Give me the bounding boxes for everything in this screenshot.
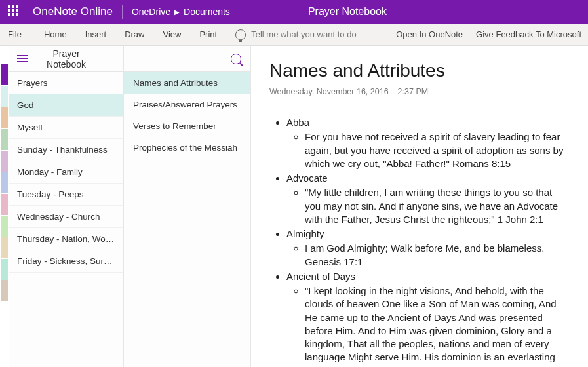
tab-file[interactable]: File <box>0 24 35 45</box>
color-tab[interactable] <box>1 194 8 215</box>
entry-term[interactable]: Ancient of Days <box>286 270 570 283</box>
color-tab[interactable] <box>1 237 8 258</box>
title-underline <box>269 83 570 83</box>
color-tab[interactable] <box>1 259 8 280</box>
section-item[interactable]: Friday - Sickness, Surg… <box>9 250 123 273</box>
page-item[interactable]: Names and Attributes <box>124 72 250 94</box>
breadcrumb[interactable]: OneDrive ▶ Documents <box>132 7 230 17</box>
sections-panel: Prayer Notebook PrayersGodMyselfSunday -… <box>9 46 124 367</box>
page-item[interactable]: Prophecies of the Messiah <box>124 137 250 159</box>
color-tab[interactable] <box>1 129 8 150</box>
page-item[interactable]: Praises/Answered Prayers <box>124 94 250 115</box>
search-icon[interactable] <box>231 54 241 64</box>
color-tab[interactable] <box>1 280 8 301</box>
color-tab[interactable] <box>1 216 8 237</box>
tab-print[interactable]: Print <box>190 24 226 45</box>
page-content[interactable]: AbbaFor you have not received a spirit o… <box>269 116 570 367</box>
tab-view[interactable]: View <box>154 24 191 45</box>
tab-home[interactable]: Home <box>35 24 76 45</box>
page-date: Wednesday, November 16, 2016 <box>269 87 389 96</box>
tab-draw[interactable]: Draw <box>115 24 153 45</box>
workspace: Prayer Notebook PrayersGodMyselfSunday -… <box>0 46 588 367</box>
color-tab[interactable] <box>1 107 8 128</box>
page-meta: Wednesday, November 16, 2016 2:37 PM <box>269 87 570 96</box>
separator <box>122 5 123 19</box>
page-item[interactable]: Verses to Remember <box>124 115 250 137</box>
entry-term[interactable]: Abba <box>286 116 570 129</box>
tell-me-placeholder: Tell me what you want to do <box>251 29 356 39</box>
entry-text[interactable]: For you have not received a spirit of sl… <box>305 130 570 170</box>
color-tab[interactable] <box>1 172 8 193</box>
give-feedback-link[interactable]: Give Feedback To Microsoft <box>469 29 588 39</box>
tab-insert[interactable]: Insert <box>76 24 116 45</box>
pages-panel: Names and AttributesPraises/Answered Pra… <box>124 46 251 367</box>
section-item[interactable]: Monday - Family <box>9 161 123 184</box>
section-item[interactable]: Thursday - Nation, Wo… <box>9 228 123 250</box>
chevron-right-icon: ▶ <box>174 9 180 16</box>
app-name[interactable]: OneNote Online <box>33 5 113 18</box>
section-item[interactable]: Sunday - Thankfulness <box>9 139 123 161</box>
breadcrumb-root[interactable]: OneDrive <box>132 7 170 17</box>
nav-header: Prayer Notebook <box>9 46 123 72</box>
color-tab[interactable] <box>1 151 8 172</box>
page-canvas[interactable]: Names and Attributes Wednesday, November… <box>251 46 588 367</box>
pages-header <box>124 46 250 72</box>
entry-term[interactable]: Almighty <box>286 227 570 241</box>
separator <box>385 28 385 41</box>
section-item[interactable]: God <box>9 94 123 117</box>
section-item[interactable]: Tuesday - Peeps <box>9 184 123 206</box>
open-in-onenote-link[interactable]: Open In OneNote <box>389 29 469 39</box>
section-item[interactable]: Myself <box>9 117 123 139</box>
title-bar: OneNote Online OneDrive ▶ Documents Pray… <box>0 0 588 24</box>
tell-me-search[interactable]: Tell me what you want to do <box>235 29 381 40</box>
entry-term[interactable]: Advocate <box>286 172 570 185</box>
section-color-tabs <box>0 46 9 367</box>
breadcrumb-folder[interactable]: Documents <box>184 7 230 17</box>
entry-text[interactable]: I am God Almighty; Walk before Me, and b… <box>305 242 570 269</box>
color-tab[interactable] <box>1 86 8 107</box>
section-item[interactable]: Prayers <box>9 72 123 94</box>
nav-notebook-title[interactable]: Prayer Notebook <box>35 48 97 69</box>
section-item[interactable]: Wednesday - Church <box>9 206 123 228</box>
page-title[interactable]: Names and Attributes <box>269 60 570 81</box>
notebook-title: Prayer Notebook <box>230 6 583 18</box>
entry-text[interactable]: "My little children, I am writing these … <box>305 186 570 226</box>
hamburger-icon[interactable] <box>9 55 35 62</box>
app-launcher-icon[interactable] <box>8 5 21 18</box>
lightbulb-icon <box>235 29 246 40</box>
entry-text[interactable]: "I kept looking in the night visions, An… <box>305 284 570 367</box>
page-time: 2:37 PM <box>398 87 429 96</box>
color-tab[interactable] <box>1 64 8 85</box>
ribbon: File Home Insert Draw View Print Tell me… <box>0 24 588 46</box>
